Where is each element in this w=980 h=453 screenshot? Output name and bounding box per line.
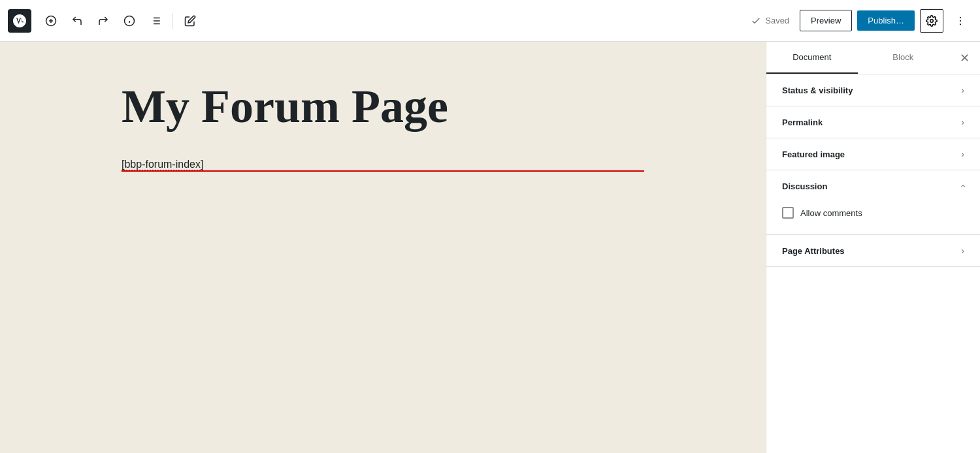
sidebar-tabs: Document Block ✕ [766, 42, 980, 74]
panel-permalink-header[interactable]: Permalink › [766, 106, 980, 138]
saved-label: Saved [765, 16, 789, 25]
chevron-featured-image-icon: › [961, 149, 964, 159]
publish-button[interactable]: Publish… [857, 10, 915, 31]
panel-discussion-content: Allow comments [766, 202, 980, 234]
redo-button[interactable] [91, 9, 115, 33]
panel-permalink: Permalink › [766, 106, 980, 138]
redo-icon [97, 15, 109, 27]
saved-check-icon [751, 16, 761, 26]
svg-point-12 [930, 19, 934, 22]
svg-point-14 [960, 20, 961, 21]
preview-button[interactable]: Preview [800, 10, 852, 31]
settings-button[interactable] [920, 9, 943, 33]
panel-status-visibility-title: Status & visibility [782, 86, 853, 95]
main-layout: My Forum Page [bbp-forum-index] Document… [0, 42, 980, 453]
list-view-icon [150, 15, 161, 27]
panel-status-visibility-header[interactable]: Status & visibility › [766, 74, 980, 106]
panel-status-visibility: Status & visibility › [766, 74, 980, 106]
saved-indicator: Saved [751, 16, 789, 26]
info-button[interactable] [118, 9, 141, 33]
shortcode-text: [bbp-forum-index] [122, 159, 203, 171]
panel-featured-image-header[interactable]: Featured image › [766, 138, 980, 170]
panel-permalink-title: Permalink [782, 117, 823, 127]
info-icon [123, 15, 135, 27]
chevron-permalink-icon: › [961, 117, 964, 127]
tab-document[interactable]: Document [766, 42, 858, 74]
sidebar: Document Block ✕ Status & visibility › P… [766, 42, 980, 453]
edit-icon [184, 15, 196, 27]
more-icon [955, 15, 966, 27]
shortcode-block: [bbp-forum-index] [122, 159, 644, 172]
wp-logo[interactable] [8, 9, 31, 33]
settings-icon [926, 15, 938, 27]
panel-discussion-header[interactable]: Discussion › [766, 170, 980, 202]
undo-icon [71, 15, 83, 27]
chevron-page-attributes-icon: › [961, 245, 964, 256]
undo-button[interactable] [65, 9, 89, 33]
toolbar-divider [172, 13, 173, 29]
add-button[interactable] [39, 9, 63, 33]
panel-page-attributes-title: Page Attributes [782, 246, 845, 256]
chevron-discussion-icon: › [958, 185, 968, 188]
panel-featured-image: Featured image › [766, 138, 980, 170]
allow-comments-row: Allow comments [782, 202, 964, 224]
svg-point-13 [960, 16, 961, 18]
more-options-button[interactable] [949, 9, 972, 33]
panel-discussion: Discussion › Allow comments [766, 170, 980, 235]
tab-block[interactable]: Block [858, 42, 949, 74]
editor-area: My Forum Page [bbp-forum-index] [0, 42, 766, 453]
edit-button[interactable] [178, 9, 202, 33]
panel-page-attributes: Page Attributes › [766, 235, 980, 267]
chevron-status-visibility-icon: › [961, 85, 964, 95]
panel-discussion-title: Discussion [782, 181, 827, 191]
add-icon [45, 15, 57, 27]
wp-logo-icon [12, 13, 27, 29]
svg-point-15 [960, 23, 961, 25]
panel-featured-image-title: Featured image [782, 149, 845, 159]
toolbar: Saved Preview Publish… [0, 0, 980, 42]
page-title: My Forum Page [122, 81, 644, 133]
allow-comments-checkbox[interactable] [782, 207, 794, 219]
panel-page-attributes-header[interactable]: Page Attributes › [766, 235, 980, 266]
list-view-button[interactable] [144, 9, 167, 33]
allow-comments-label: Allow comments [800, 208, 862, 218]
sidebar-close-button[interactable]: ✕ [949, 42, 980, 74]
